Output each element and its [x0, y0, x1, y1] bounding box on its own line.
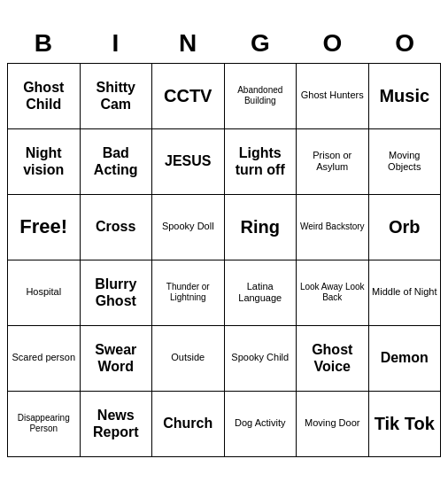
header-letter: B	[8, 29, 79, 58]
bingo-cell-31: News Report	[81, 392, 153, 457]
header-letter: N	[152, 29, 223, 58]
bingo-cell-15: Ring	[225, 195, 297, 260]
bingo-cell-34: Moving Door	[297, 392, 369, 457]
bingo-cell-19: Blurry Ghost	[81, 260, 153, 326]
bingo-cell-33: Dog Activity	[225, 392, 297, 457]
bingo-cell-28: Ghost Voice	[297, 326, 369, 392]
bingo-cell-6: Night vision	[8, 129, 81, 195]
header-letter: I	[80, 29, 151, 58]
bingo-cell-17: Orb	[369, 195, 442, 260]
bingo-cell-14: Spooky Doll	[152, 195, 225, 260]
bingo-cell-9: Lights turn off	[225, 129, 297, 195]
bingo-grid: Ghost ChildShitty CamCCTVAbandoned Build…	[7, 63, 441, 457]
bingo-cell-32: Church	[152, 392, 225, 457]
bingo-cell-8: JESUS	[152, 129, 225, 195]
bingo-cell-12: Free!	[8, 195, 81, 260]
bingo-cell-13: Cross	[81, 195, 153, 260]
bingo-cell-24: Scared person	[8, 326, 81, 392]
bingo-cell-2: CCTV	[152, 64, 225, 129]
bingo-cell-27: Spooky Child	[225, 326, 297, 392]
bingo-cell-20: Thunder or Lightning	[152, 260, 225, 326]
bingo-cell-11: Moving Objects	[369, 129, 442, 195]
bingo-cell-3: Abandoned Building	[225, 64, 297, 129]
bingo-cell-23: Middle of Night	[369, 260, 442, 326]
bingo-cell-10: Prison or Asylum	[297, 129, 369, 195]
bingo-cell-22: Look Away Look Back	[297, 260, 369, 326]
bingo-cell-5: Music	[369, 64, 442, 129]
header-letter: O	[297, 29, 367, 58]
bingo-cell-29: Demon	[369, 326, 442, 392]
bingo-cell-7: Bad Acting	[81, 129, 153, 195]
bingo-cell-25: Swear Word	[81, 326, 153, 392]
bingo-cell-35: Tik Tok	[369, 392, 442, 457]
bingo-cell-21: Latina Language	[225, 260, 297, 326]
bingo-cell-16: Weird Backstory	[297, 195, 369, 260]
bingo-cell-30: Disappearing Person	[8, 392, 81, 457]
bingo-card: BINGOO Ghost ChildShitty CamCCTVAbandone…	[7, 26, 441, 457]
bingo-cell-18: Hospital	[8, 260, 81, 326]
header-letter: O	[369, 29, 440, 58]
bingo-cell-0: Ghost Child	[8, 64, 81, 129]
bingo-header: BINGOO	[7, 26, 441, 63]
bingo-cell-26: Outside	[152, 326, 225, 392]
bingo-cell-4: Ghost Hunters	[297, 64, 369, 129]
bingo-cell-1: Shitty Cam	[81, 64, 153, 129]
header-letter: G	[225, 29, 296, 58]
